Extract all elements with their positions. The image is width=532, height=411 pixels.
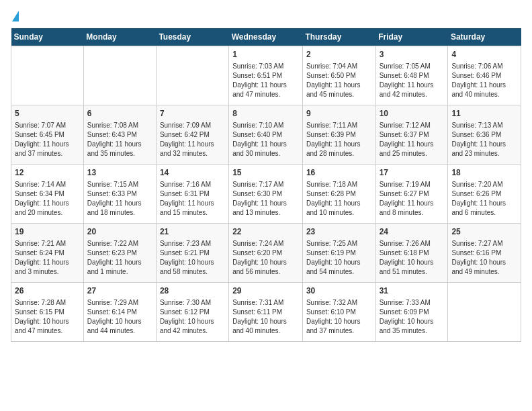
day-number: 18 <box>451 167 517 179</box>
calendar-cell: 4Sunrise: 7:06 AM Sunset: 6:46 PM Daylig… <box>448 46 521 105</box>
calendar-cell: 30Sunrise: 7:32 AM Sunset: 6:10 PM Dayli… <box>302 283 375 342</box>
page-header <box>11 11 521 23</box>
day-info: Sunrise: 7:32 AM Sunset: 6:10 PM Dayligh… <box>306 298 372 336</box>
calendar-cell <box>11 46 84 105</box>
day-number: 7 <box>160 108 225 120</box>
calendar-cell: 7Sunrise: 7:09 AM Sunset: 6:42 PM Daylig… <box>156 105 228 165</box>
day-info: Sunrise: 7:18 AM Sunset: 6:28 PM Dayligh… <box>306 180 372 218</box>
logo <box>11 11 19 23</box>
day-number: 2 <box>306 49 372 60</box>
calendar-week-row: 12Sunrise: 7:14 AM Sunset: 6:34 PM Dayli… <box>11 165 521 224</box>
calendar-cell: 1Sunrise: 7:03 AM Sunset: 6:51 PM Daylig… <box>229 46 303 105</box>
calendar-week-row: 5Sunrise: 7:07 AM Sunset: 6:45 PM Daylig… <box>11 105 521 165</box>
day-info: Sunrise: 7:07 AM Sunset: 6:45 PM Dayligh… <box>15 121 80 158</box>
calendar-cell: 16Sunrise: 7:18 AM Sunset: 6:28 PM Dayli… <box>302 165 375 224</box>
calendar-cell: 27Sunrise: 7:29 AM Sunset: 6:14 PM Dayli… <box>83 283 156 342</box>
day-info: Sunrise: 7:28 AM Sunset: 6:15 PM Dayligh… <box>15 298 80 336</box>
calendar-week-row: 26Sunrise: 7:28 AM Sunset: 6:15 PM Dayli… <box>11 283 521 342</box>
calendar-cell: 5Sunrise: 7:07 AM Sunset: 6:45 PM Daylig… <box>11 105 84 165</box>
day-number: 14 <box>160 167 225 179</box>
day-info: Sunrise: 7:24 AM Sunset: 6:20 PM Dayligh… <box>232 239 299 277</box>
day-info: Sunrise: 7:17 AM Sunset: 6:30 PM Dayligh… <box>232 180 299 218</box>
calendar-cell: 13Sunrise: 7:15 AM Sunset: 6:33 PM Dayli… <box>83 165 156 224</box>
calendar-cell: 23Sunrise: 7:25 AM Sunset: 6:19 PM Dayli… <box>302 224 375 283</box>
calendar-cell: 15Sunrise: 7:17 AM Sunset: 6:30 PM Dayli… <box>229 165 303 224</box>
day-info: Sunrise: 7:09 AM Sunset: 6:42 PM Dayligh… <box>160 121 225 158</box>
day-info: Sunrise: 7:08 AM Sunset: 6:43 PM Dayligh… <box>87 121 152 158</box>
calendar-cell: 10Sunrise: 7:12 AM Sunset: 6:37 PM Dayli… <box>375 105 448 165</box>
day-info: Sunrise: 7:23 AM Sunset: 6:21 PM Dayligh… <box>160 239 225 277</box>
day-number: 23 <box>306 226 372 238</box>
column-header-monday: Monday <box>83 28 156 46</box>
calendar-table: SundayMondayTuesdayWednesdayThursdayFrid… <box>11 28 521 342</box>
day-number: 22 <box>232 226 299 238</box>
day-number: 9 <box>306 108 372 120</box>
day-info: Sunrise: 7:13 AM Sunset: 6:36 PM Dayligh… <box>451 121 517 158</box>
calendar-cell: 2Sunrise: 7:04 AM Sunset: 6:50 PM Daylig… <box>302 46 375 105</box>
day-info: Sunrise: 7:14 AM Sunset: 6:34 PM Dayligh… <box>15 180 80 218</box>
day-info: Sunrise: 7:05 AM Sunset: 6:48 PM Dayligh… <box>380 62 445 99</box>
day-number: 1 <box>232 49 299 60</box>
column-header-friday: Friday <box>375 28 448 46</box>
calendar-cell: 21Sunrise: 7:23 AM Sunset: 6:21 PM Dayli… <box>156 224 228 283</box>
column-header-wednesday: Wednesday <box>229 28 303 46</box>
calendar-cell: 17Sunrise: 7:19 AM Sunset: 6:27 PM Dayli… <box>375 165 448 224</box>
column-header-thursday: Thursday <box>302 28 375 46</box>
calendar-cell: 31Sunrise: 7:33 AM Sunset: 6:09 PM Dayli… <box>375 283 448 342</box>
calendar-cell: 29Sunrise: 7:31 AM Sunset: 6:11 PM Dayli… <box>229 283 303 342</box>
day-info: Sunrise: 7:26 AM Sunset: 6:18 PM Dayligh… <box>380 239 445 277</box>
day-info: Sunrise: 7:11 AM Sunset: 6:39 PM Dayligh… <box>306 121 372 158</box>
day-info: Sunrise: 7:22 AM Sunset: 6:23 PM Dayligh… <box>87 239 152 277</box>
day-number: 30 <box>306 285 372 297</box>
calendar-cell: 28Sunrise: 7:30 AM Sunset: 6:12 PM Dayli… <box>156 283 228 342</box>
logo-triangle-icon <box>12 11 19 21</box>
day-number: 25 <box>451 226 517 238</box>
day-info: Sunrise: 7:33 AM Sunset: 6:09 PM Dayligh… <box>380 298 445 336</box>
day-number: 19 <box>15 226 80 238</box>
day-info: Sunrise: 7:27 AM Sunset: 6:16 PM Dayligh… <box>451 239 517 277</box>
day-info: Sunrise: 7:10 AM Sunset: 6:40 PM Dayligh… <box>232 121 299 158</box>
calendar-header-row: SundayMondayTuesdayWednesdayThursdayFrid… <box>11 28 521 46</box>
day-info: Sunrise: 7:21 AM Sunset: 6:24 PM Dayligh… <box>15 239 80 277</box>
calendar-cell: 26Sunrise: 7:28 AM Sunset: 6:15 PM Dayli… <box>11 283 84 342</box>
day-number: 15 <box>232 167 299 179</box>
calendar-week-row: 1Sunrise: 7:03 AM Sunset: 6:51 PM Daylig… <box>11 46 521 105</box>
calendar-cell: 25Sunrise: 7:27 AM Sunset: 6:16 PM Dayli… <box>448 224 521 283</box>
day-number: 12 <box>15 167 80 179</box>
calendar-cell: 22Sunrise: 7:24 AM Sunset: 6:20 PM Dayli… <box>229 224 303 283</box>
calendar-week-row: 19Sunrise: 7:21 AM Sunset: 6:24 PM Dayli… <box>11 224 521 283</box>
day-number: 31 <box>380 285 445 297</box>
calendar-cell: 11Sunrise: 7:13 AM Sunset: 6:36 PM Dayli… <box>448 105 521 165</box>
day-number: 27 <box>87 285 152 297</box>
calendar-cell: 8Sunrise: 7:10 AM Sunset: 6:40 PM Daylig… <box>229 105 303 165</box>
day-number: 17 <box>380 167 445 179</box>
day-number: 24 <box>380 226 445 238</box>
day-info: Sunrise: 7:25 AM Sunset: 6:19 PM Dayligh… <box>306 239 372 277</box>
day-number: 6 <box>87 108 152 120</box>
day-info: Sunrise: 7:15 AM Sunset: 6:33 PM Dayligh… <box>87 180 152 218</box>
day-number: 8 <box>232 108 299 120</box>
day-info: Sunrise: 7:04 AM Sunset: 6:50 PM Dayligh… <box>306 62 372 99</box>
day-number: 26 <box>15 285 80 297</box>
calendar-cell <box>156 46 228 105</box>
day-info: Sunrise: 7:20 AM Sunset: 6:26 PM Dayligh… <box>451 180 517 218</box>
day-number: 3 <box>380 49 445 60</box>
day-number: 13 <box>87 167 152 179</box>
day-number: 4 <box>451 49 517 60</box>
day-number: 16 <box>306 167 372 179</box>
day-number: 21 <box>160 226 225 238</box>
day-info: Sunrise: 7:12 AM Sunset: 6:37 PM Dayligh… <box>380 121 445 158</box>
calendar-cell: 20Sunrise: 7:22 AM Sunset: 6:23 PM Dayli… <box>83 224 156 283</box>
calendar-cell: 19Sunrise: 7:21 AM Sunset: 6:24 PM Dayli… <box>11 224 84 283</box>
day-info: Sunrise: 7:31 AM Sunset: 6:11 PM Dayligh… <box>232 298 299 336</box>
day-info: Sunrise: 7:03 AM Sunset: 6:51 PM Dayligh… <box>232 62 299 99</box>
day-info: Sunrise: 7:30 AM Sunset: 6:12 PM Dayligh… <box>160 298 225 336</box>
day-number: 5 <box>15 108 80 120</box>
column-header-sunday: Sunday <box>11 28 84 46</box>
calendar-cell <box>448 283 521 342</box>
day-number: 11 <box>451 108 517 120</box>
calendar-cell: 3Sunrise: 7:05 AM Sunset: 6:48 PM Daylig… <box>375 46 448 105</box>
day-number: 10 <box>380 108 445 120</box>
day-info: Sunrise: 7:06 AM Sunset: 6:46 PM Dayligh… <box>451 62 517 99</box>
day-number: 20 <box>87 226 152 238</box>
